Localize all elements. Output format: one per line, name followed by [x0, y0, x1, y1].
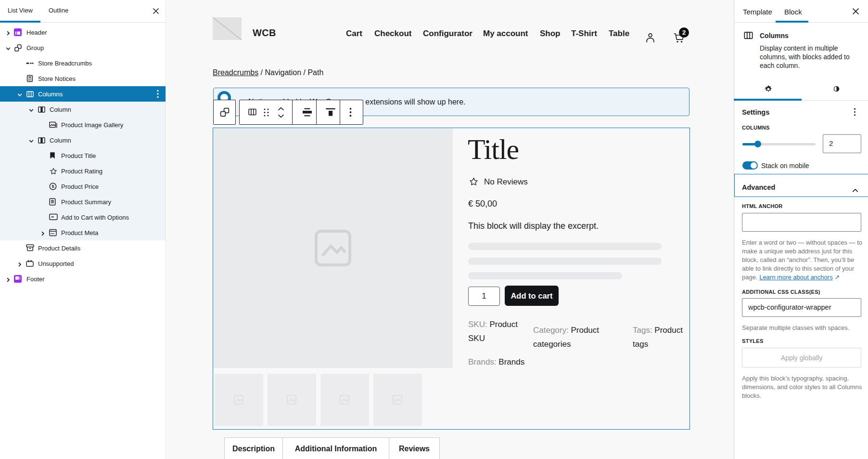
svg-text:$: $: [51, 184, 54, 189]
